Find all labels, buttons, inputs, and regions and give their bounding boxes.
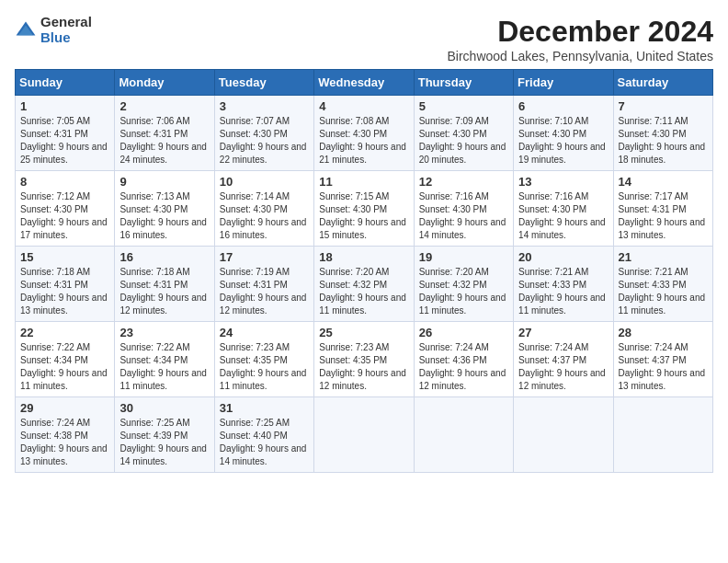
calendar-cell: 18 Sunrise: 7:20 AMSunset: 4:32 PMDaylig… bbox=[314, 247, 414, 322]
day-number: 30 bbox=[119, 401, 209, 415]
day-info: Sunrise: 7:09 AMSunset: 4:30 PMDaylight:… bbox=[419, 116, 506, 165]
calendar-week-5: 29 Sunrise: 7:24 AMSunset: 4:38 PMDaylig… bbox=[16, 397, 713, 473]
location-subtitle: Birchwood Lakes, Pennsylvania, United St… bbox=[448, 49, 714, 63]
calendar-cell: 30 Sunrise: 7:25 AMSunset: 4:39 PMDaylig… bbox=[115, 397, 214, 473]
day-info: Sunrise: 7:22 AMSunset: 4:34 PMDaylight:… bbox=[119, 342, 207, 391]
day-info: Sunrise: 7:13 AMSunset: 4:30 PMDaylight:… bbox=[119, 191, 207, 240]
calendar-week-1: 1 Sunrise: 7:05 AMSunset: 4:31 PMDayligh… bbox=[16, 96, 713, 171]
calendar-cell: 8 Sunrise: 7:12 AMSunset: 4:30 PMDayligh… bbox=[16, 171, 115, 247]
calendar-cell: 23 Sunrise: 7:22 AMSunset: 4:34 PMDaylig… bbox=[115, 322, 214, 397]
calendar-week-2: 8 Sunrise: 7:12 AMSunset: 4:30 PMDayligh… bbox=[16, 171, 713, 247]
day-info: Sunrise: 7:14 AMSunset: 4:30 PMDaylight:… bbox=[220, 191, 307, 240]
calendar-cell: 20 Sunrise: 7:21 AMSunset: 4:33 PMDaylig… bbox=[514, 247, 613, 322]
calendar-cell: 10 Sunrise: 7:14 AMSunset: 4:30 PMDaylig… bbox=[214, 171, 313, 247]
day-info: Sunrise: 7:23 AMSunset: 4:35 PMDaylight:… bbox=[220, 342, 307, 391]
day-number: 4 bbox=[319, 99, 408, 113]
day-header-thursday: Thursday bbox=[414, 70, 513, 96]
calendar-cell: 16 Sunrise: 7:18 AMSunset: 4:31 PMDaylig… bbox=[115, 247, 214, 322]
calendar-cell: 4 Sunrise: 7:08 AMSunset: 4:30 PMDayligh… bbox=[314, 96, 414, 171]
calendar-cell: 24 Sunrise: 7:23 AMSunset: 4:35 PMDaylig… bbox=[214, 322, 313, 397]
calendar-cell: 12 Sunrise: 7:16 AMSunset: 4:30 PMDaylig… bbox=[414, 171, 513, 247]
day-number: 26 bbox=[419, 326, 508, 339]
day-info: Sunrise: 7:12 AMSunset: 4:30 PMDaylight:… bbox=[20, 191, 108, 240]
calendar-body: 1 Sunrise: 7:05 AMSunset: 4:31 PMDayligh… bbox=[16, 96, 713, 473]
calendar-cell bbox=[314, 397, 414, 473]
day-info: Sunrise: 7:07 AMSunset: 4:30 PMDaylight:… bbox=[220, 116, 307, 165]
day-info: Sunrise: 7:24 AMSunset: 4:37 PMDaylight:… bbox=[619, 342, 706, 391]
calendar-cell: 14 Sunrise: 7:17 AMSunset: 4:31 PMDaylig… bbox=[613, 171, 712, 247]
day-number: 2 bbox=[119, 99, 209, 113]
day-info: Sunrise: 7:11 AMSunset: 4:30 PMDaylight:… bbox=[619, 116, 706, 165]
day-number: 1 bbox=[20, 99, 109, 113]
day-info: Sunrise: 7:21 AMSunset: 4:33 PMDaylight:… bbox=[518, 267, 606, 316]
calendar-cell: 17 Sunrise: 7:19 AMSunset: 4:31 PMDaylig… bbox=[214, 247, 313, 322]
day-header-friday: Friday bbox=[514, 70, 613, 96]
day-number: 21 bbox=[619, 250, 708, 264]
day-info: Sunrise: 7:24 AMSunset: 4:36 PMDaylight:… bbox=[419, 342, 506, 391]
calendar-cell: 3 Sunrise: 7:07 AMSunset: 4:30 PMDayligh… bbox=[214, 96, 313, 171]
day-number: 25 bbox=[319, 326, 408, 339]
day-number: 7 bbox=[619, 99, 708, 113]
day-info: Sunrise: 7:18 AMSunset: 4:31 PMDaylight:… bbox=[119, 267, 207, 316]
day-number: 10 bbox=[220, 175, 309, 189]
calendar-table: SundayMondayTuesdayWednesdayThursdayFrid… bbox=[15, 69, 713, 473]
day-number: 17 bbox=[220, 250, 309, 264]
day-info: Sunrise: 7:10 AMSunset: 4:30 PMDaylight:… bbox=[518, 116, 606, 165]
day-info: Sunrise: 7:23 AMSunset: 4:35 PMDaylight:… bbox=[319, 342, 406, 391]
day-info: Sunrise: 7:16 AMSunset: 4:30 PMDaylight:… bbox=[419, 191, 506, 240]
calendar-cell: 28 Sunrise: 7:24 AMSunset: 4:37 PMDaylig… bbox=[613, 322, 712, 397]
day-info: Sunrise: 7:22 AMSunset: 4:34 PMDaylight:… bbox=[20, 342, 108, 391]
day-number: 29 bbox=[20, 401, 109, 415]
day-info: Sunrise: 7:15 AMSunset: 4:30 PMDaylight:… bbox=[319, 191, 406, 240]
logo-blue-text: Blue bbox=[40, 30, 92, 46]
day-number: 11 bbox=[319, 175, 408, 189]
day-number: 13 bbox=[518, 175, 608, 189]
day-number: 14 bbox=[619, 175, 708, 189]
day-info: Sunrise: 7:20 AMSunset: 4:32 PMDaylight:… bbox=[419, 267, 506, 316]
day-number: 28 bbox=[619, 326, 708, 339]
calendar-week-3: 15 Sunrise: 7:18 AMSunset: 4:31 PMDaylig… bbox=[16, 247, 713, 322]
day-header-tuesday: Tuesday bbox=[214, 70, 313, 96]
calendar-cell: 29 Sunrise: 7:24 AMSunset: 4:38 PMDaylig… bbox=[16, 397, 115, 473]
title-block: December 2024 Birchwood Lakes, Pennsylva… bbox=[448, 15, 714, 63]
day-header-wednesday: Wednesday bbox=[314, 70, 414, 96]
day-info: Sunrise: 7:18 AMSunset: 4:31 PMDaylight:… bbox=[20, 267, 108, 316]
day-number: 22 bbox=[20, 326, 109, 339]
day-header-monday: Monday bbox=[115, 70, 214, 96]
day-info: Sunrise: 7:24 AMSunset: 4:37 PMDaylight:… bbox=[518, 342, 606, 391]
calendar-cell: 27 Sunrise: 7:24 AMSunset: 4:37 PMDaylig… bbox=[514, 322, 613, 397]
calendar-cell: 9 Sunrise: 7:13 AMSunset: 4:30 PMDayligh… bbox=[115, 171, 214, 247]
day-info: Sunrise: 7:25 AMSunset: 4:39 PMDaylight:… bbox=[119, 418, 207, 466]
calendar-cell: 2 Sunrise: 7:06 AMSunset: 4:31 PMDayligh… bbox=[115, 96, 214, 171]
calendar-cell: 1 Sunrise: 7:05 AMSunset: 4:31 PMDayligh… bbox=[16, 96, 115, 171]
day-info: Sunrise: 7:06 AMSunset: 4:31 PMDaylight:… bbox=[119, 116, 207, 165]
calendar-cell: 21 Sunrise: 7:21 AMSunset: 4:33 PMDaylig… bbox=[613, 247, 712, 322]
day-header-sunday: Sunday bbox=[16, 70, 115, 96]
day-info: Sunrise: 7:08 AMSunset: 4:30 PMDaylight:… bbox=[319, 116, 406, 165]
day-number: 3 bbox=[220, 99, 309, 113]
day-number: 23 bbox=[119, 326, 209, 339]
day-number: 8 bbox=[20, 175, 109, 189]
day-info: Sunrise: 7:24 AMSunset: 4:38 PMDaylight:… bbox=[20, 418, 108, 466]
calendar-cell: 25 Sunrise: 7:23 AMSunset: 4:35 PMDaylig… bbox=[314, 322, 414, 397]
day-number: 18 bbox=[319, 250, 408, 264]
calendar-cell: 13 Sunrise: 7:16 AMSunset: 4:30 PMDaylig… bbox=[514, 171, 613, 247]
day-number: 20 bbox=[518, 250, 608, 264]
day-number: 15 bbox=[20, 250, 109, 264]
month-title: December 2024 bbox=[448, 15, 714, 49]
day-info: Sunrise: 7:21 AMSunset: 4:33 PMDaylight:… bbox=[619, 267, 706, 316]
logo-general-text: General bbox=[40, 15, 92, 30]
day-number: 31 bbox=[220, 401, 309, 415]
calendar-cell: 22 Sunrise: 7:22 AMSunset: 4:34 PMDaylig… bbox=[16, 322, 115, 397]
day-number: 27 bbox=[518, 326, 608, 339]
day-number: 12 bbox=[419, 175, 508, 189]
calendar-header-row: SundayMondayTuesdayWednesdayThursdayFrid… bbox=[16, 70, 713, 96]
day-number: 9 bbox=[119, 175, 209, 189]
calendar-cell bbox=[414, 397, 513, 473]
calendar-cell bbox=[613, 397, 712, 473]
calendar-week-4: 22 Sunrise: 7:22 AMSunset: 4:34 PMDaylig… bbox=[16, 322, 713, 397]
day-header-saturday: Saturday bbox=[613, 70, 712, 96]
calendar-cell: 6 Sunrise: 7:10 AMSunset: 4:30 PMDayligh… bbox=[514, 96, 613, 171]
calendar-cell: 26 Sunrise: 7:24 AMSunset: 4:36 PMDaylig… bbox=[414, 322, 513, 397]
calendar-cell: 15 Sunrise: 7:18 AMSunset: 4:31 PMDaylig… bbox=[16, 247, 115, 322]
